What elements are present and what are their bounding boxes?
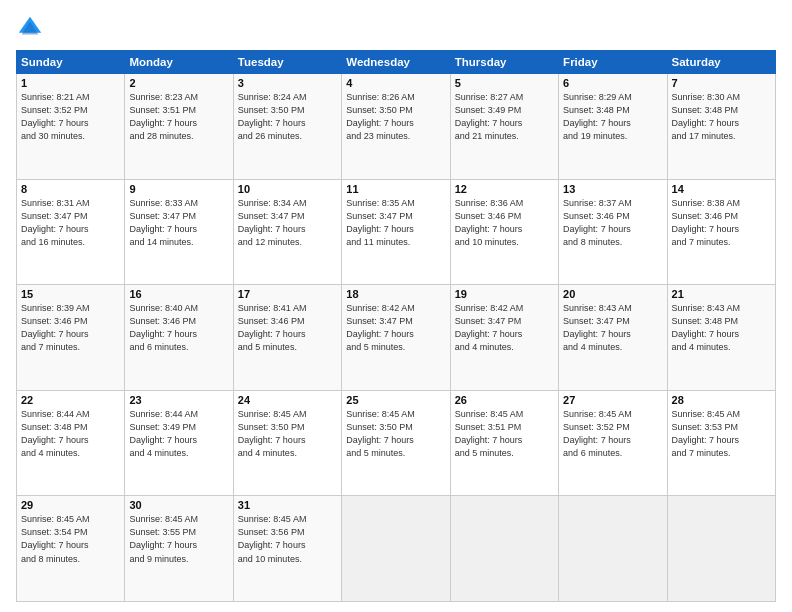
cell-info: Sunrise: 8:29 AMSunset: 3:48 PMDaylight:… (563, 91, 662, 143)
cell-info: Sunrise: 8:41 AMSunset: 3:46 PMDaylight:… (238, 302, 337, 354)
calendar-week-5: 29Sunrise: 8:45 AMSunset: 3:54 PMDayligh… (17, 496, 776, 602)
cell-info: Sunrise: 8:31 AMSunset: 3:47 PMDaylight:… (21, 197, 120, 249)
day-header-sunday: Sunday (17, 51, 125, 74)
cell-info: Sunrise: 8:44 AMSunset: 3:49 PMDaylight:… (129, 408, 228, 460)
calendar-cell: 26Sunrise: 8:45 AMSunset: 3:51 PMDayligh… (450, 390, 558, 496)
cell-info: Sunrise: 8:35 AMSunset: 3:47 PMDaylight:… (346, 197, 445, 249)
calendar-cell: 20Sunrise: 8:43 AMSunset: 3:47 PMDayligh… (559, 285, 667, 391)
day-number: 13 (563, 183, 662, 195)
cell-info: Sunrise: 8:45 AMSunset: 3:54 PMDaylight:… (21, 513, 120, 565)
day-number: 17 (238, 288, 337, 300)
calendar-cell: 1Sunrise: 8:21 AMSunset: 3:52 PMDaylight… (17, 74, 125, 180)
day-number: 15 (21, 288, 120, 300)
calendar-cell: 14Sunrise: 8:38 AMSunset: 3:46 PMDayligh… (667, 179, 775, 285)
calendar-cell (559, 496, 667, 602)
day-number: 3 (238, 77, 337, 89)
cell-info: Sunrise: 8:23 AMSunset: 3:51 PMDaylight:… (129, 91, 228, 143)
cell-info: Sunrise: 8:26 AMSunset: 3:50 PMDaylight:… (346, 91, 445, 143)
cell-info: Sunrise: 8:21 AMSunset: 3:52 PMDaylight:… (21, 91, 120, 143)
day-number: 12 (455, 183, 554, 195)
day-number: 14 (672, 183, 771, 195)
cell-info: Sunrise: 8:45 AMSunset: 3:55 PMDaylight:… (129, 513, 228, 565)
calendar-cell (667, 496, 775, 602)
calendar-cell: 16Sunrise: 8:40 AMSunset: 3:46 PMDayligh… (125, 285, 233, 391)
calendar-cell: 25Sunrise: 8:45 AMSunset: 3:50 PMDayligh… (342, 390, 450, 496)
day-number: 16 (129, 288, 228, 300)
cell-info: Sunrise: 8:45 AMSunset: 3:56 PMDaylight:… (238, 513, 337, 565)
day-number: 10 (238, 183, 337, 195)
day-number: 24 (238, 394, 337, 406)
calendar-cell: 4Sunrise: 8:26 AMSunset: 3:50 PMDaylight… (342, 74, 450, 180)
day-header-monday: Monday (125, 51, 233, 74)
calendar-cell: 15Sunrise: 8:39 AMSunset: 3:46 PMDayligh… (17, 285, 125, 391)
calendar-cell: 23Sunrise: 8:44 AMSunset: 3:49 PMDayligh… (125, 390, 233, 496)
calendar-cell: 22Sunrise: 8:44 AMSunset: 3:48 PMDayligh… (17, 390, 125, 496)
day-number: 1 (21, 77, 120, 89)
day-number: 4 (346, 77, 445, 89)
cell-info: Sunrise: 8:30 AMSunset: 3:48 PMDaylight:… (672, 91, 771, 143)
cell-info: Sunrise: 8:45 AMSunset: 3:51 PMDaylight:… (455, 408, 554, 460)
calendar-cell: 30Sunrise: 8:45 AMSunset: 3:55 PMDayligh… (125, 496, 233, 602)
calendar-week-1: 1Sunrise: 8:21 AMSunset: 3:52 PMDaylight… (17, 74, 776, 180)
calendar-cell: 24Sunrise: 8:45 AMSunset: 3:50 PMDayligh… (233, 390, 341, 496)
logo (16, 14, 48, 42)
calendar-cell: 5Sunrise: 8:27 AMSunset: 3:49 PMDaylight… (450, 74, 558, 180)
cell-info: Sunrise: 8:24 AMSunset: 3:50 PMDaylight:… (238, 91, 337, 143)
calendar-cell: 28Sunrise: 8:45 AMSunset: 3:53 PMDayligh… (667, 390, 775, 496)
day-number: 20 (563, 288, 662, 300)
calendar-cell: 7Sunrise: 8:30 AMSunset: 3:48 PMDaylight… (667, 74, 775, 180)
day-number: 30 (129, 499, 228, 511)
calendar-cell: 21Sunrise: 8:43 AMSunset: 3:48 PMDayligh… (667, 285, 775, 391)
day-header-wednesday: Wednesday (342, 51, 450, 74)
day-number: 19 (455, 288, 554, 300)
calendar-week-4: 22Sunrise: 8:44 AMSunset: 3:48 PMDayligh… (17, 390, 776, 496)
day-number: 5 (455, 77, 554, 89)
day-number: 21 (672, 288, 771, 300)
day-number: 22 (21, 394, 120, 406)
cell-info: Sunrise: 8:45 AMSunset: 3:53 PMDaylight:… (672, 408, 771, 460)
day-number: 18 (346, 288, 445, 300)
calendar-cell (342, 496, 450, 602)
cell-info: Sunrise: 8:43 AMSunset: 3:48 PMDaylight:… (672, 302, 771, 354)
cell-info: Sunrise: 8:37 AMSunset: 3:46 PMDaylight:… (563, 197, 662, 249)
cell-info: Sunrise: 8:45 AMSunset: 3:50 PMDaylight:… (238, 408, 337, 460)
calendar-header-row: SundayMondayTuesdayWednesdayThursdayFrid… (17, 51, 776, 74)
calendar-cell: 12Sunrise: 8:36 AMSunset: 3:46 PMDayligh… (450, 179, 558, 285)
day-number: 9 (129, 183, 228, 195)
calendar-cell: 8Sunrise: 8:31 AMSunset: 3:47 PMDaylight… (17, 179, 125, 285)
day-number: 25 (346, 394, 445, 406)
cell-info: Sunrise: 8:38 AMSunset: 3:46 PMDaylight:… (672, 197, 771, 249)
day-number: 7 (672, 77, 771, 89)
cell-info: Sunrise: 8:40 AMSunset: 3:46 PMDaylight:… (129, 302, 228, 354)
day-number: 2 (129, 77, 228, 89)
day-header-saturday: Saturday (667, 51, 775, 74)
calendar-cell: 6Sunrise: 8:29 AMSunset: 3:48 PMDaylight… (559, 74, 667, 180)
day-number: 8 (21, 183, 120, 195)
day-number: 29 (21, 499, 120, 511)
calendar-cell: 3Sunrise: 8:24 AMSunset: 3:50 PMDaylight… (233, 74, 341, 180)
calendar-cell: 2Sunrise: 8:23 AMSunset: 3:51 PMDaylight… (125, 74, 233, 180)
cell-info: Sunrise: 8:39 AMSunset: 3:46 PMDaylight:… (21, 302, 120, 354)
logo-icon (16, 14, 44, 42)
calendar-cell: 17Sunrise: 8:41 AMSunset: 3:46 PMDayligh… (233, 285, 341, 391)
day-number: 26 (455, 394, 554, 406)
day-number: 27 (563, 394, 662, 406)
calendar-cell: 9Sunrise: 8:33 AMSunset: 3:47 PMDaylight… (125, 179, 233, 285)
cell-info: Sunrise: 8:42 AMSunset: 3:47 PMDaylight:… (346, 302, 445, 354)
cell-info: Sunrise: 8:44 AMSunset: 3:48 PMDaylight:… (21, 408, 120, 460)
calendar-cell: 10Sunrise: 8:34 AMSunset: 3:47 PMDayligh… (233, 179, 341, 285)
calendar-cell: 11Sunrise: 8:35 AMSunset: 3:47 PMDayligh… (342, 179, 450, 285)
calendar-cell: 13Sunrise: 8:37 AMSunset: 3:46 PMDayligh… (559, 179, 667, 285)
day-header-friday: Friday (559, 51, 667, 74)
cell-info: Sunrise: 8:34 AMSunset: 3:47 PMDaylight:… (238, 197, 337, 249)
day-header-tuesday: Tuesday (233, 51, 341, 74)
day-number: 11 (346, 183, 445, 195)
cell-info: Sunrise: 8:27 AMSunset: 3:49 PMDaylight:… (455, 91, 554, 143)
cell-info: Sunrise: 8:33 AMSunset: 3:47 PMDaylight:… (129, 197, 228, 249)
day-number: 23 (129, 394, 228, 406)
cell-info: Sunrise: 8:45 AMSunset: 3:50 PMDaylight:… (346, 408, 445, 460)
calendar-week-3: 15Sunrise: 8:39 AMSunset: 3:46 PMDayligh… (17, 285, 776, 391)
page: SundayMondayTuesdayWednesdayThursdayFrid… (0, 0, 792, 612)
calendar-cell: 31Sunrise: 8:45 AMSunset: 3:56 PMDayligh… (233, 496, 341, 602)
calendar-table: SundayMondayTuesdayWednesdayThursdayFrid… (16, 50, 776, 602)
